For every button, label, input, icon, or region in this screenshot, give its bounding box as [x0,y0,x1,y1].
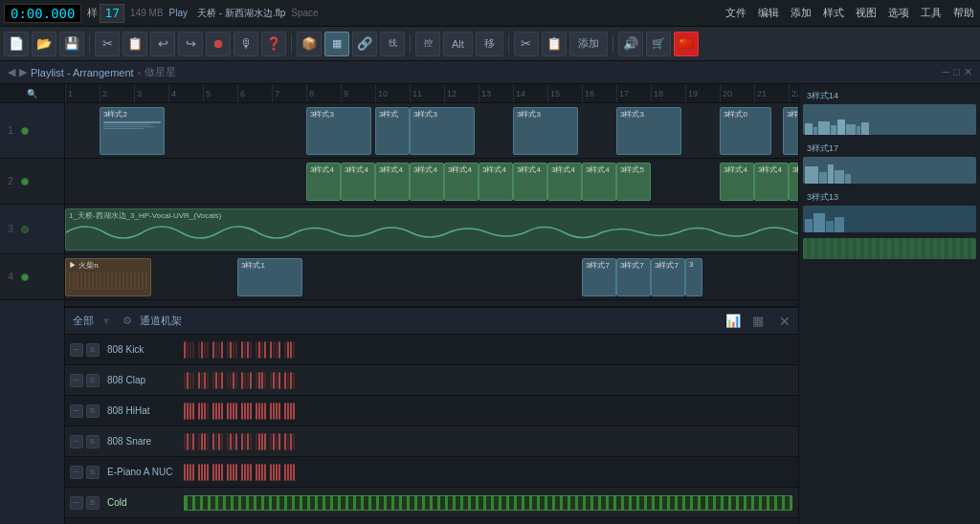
h-16[interactable] [235,403,237,420]
menu-options[interactable]: 选项 [886,6,911,20]
kick-btn-3[interactable] [189,341,191,359]
clap-btn-32[interactable] [293,372,295,389]
bpm-control[interactable]: 17 [100,4,124,23]
s-2[interactable] [187,433,189,450]
h-3[interactable] [189,403,191,420]
h-18[interactable] [244,403,246,420]
kick-btn-22[interactable] [258,341,260,359]
ep-15[interactable] [233,464,234,481]
kick-btn-7[interactable] [204,341,206,359]
s-13[interactable] [227,433,229,450]
h-9[interactable] [212,403,214,420]
s-14[interactable] [230,433,232,450]
clap-btn-14[interactable] [230,372,232,389]
tb-cn[interactable]: 🇨🇳 [674,32,699,56]
kick-mute[interactable]: ─ [70,343,83,357]
s-25[interactable] [270,433,272,450]
clap-btn-6[interactable] [201,372,203,389]
play-label[interactable]: Play [169,8,188,18]
clap-solo[interactable]: S [86,374,100,387]
track-active-4[interactable] [21,273,29,281]
ep-28[interactable] [278,464,280,481]
clap-btn-7[interactable] [204,372,206,389]
clap-btn-9[interactable] [212,372,214,389]
h-5[interactable] [198,403,200,420]
s-5[interactable] [198,433,200,450]
clap-btn-10[interactable] [215,372,217,389]
ep-10[interactable] [215,464,217,481]
hihat-mute[interactable]: ─ [70,404,83,418]
s-24[interactable] [264,433,266,450]
ep-4[interactable] [192,464,194,481]
kick-btn-10[interactable] [215,341,217,359]
pattern-1-5[interactable]: 3样式3 [513,107,578,155]
cold-pattern-bar[interactable] [184,495,792,511]
ep-22[interactable] [258,464,260,481]
kick-btn-13[interactable] [227,341,229,359]
h-11[interactable] [218,403,220,420]
ep-3[interactable] [189,464,191,481]
ep-7[interactable] [204,464,206,481]
h-30[interactable] [287,403,289,420]
clap-btn-16[interactable] [235,372,237,389]
h-8[interactable] [207,403,209,420]
menu-help[interactable]: 帮助 [951,6,976,20]
ep-1[interactable] [184,464,186,481]
pattern-2-1[interactable]: 3样式4 [306,163,341,201]
clap-btn-19[interactable] [247,372,249,389]
ep-24[interactable] [264,464,266,481]
kick-btn-26[interactable] [273,341,275,359]
beat-close[interactable]: ✕ [779,314,791,329]
s-10[interactable] [215,433,217,450]
pattern-4-2[interactable]: 3样式7 [582,258,616,296]
h-7[interactable] [204,403,206,420]
tb-piano[interactable]: ▦ [324,32,349,56]
clap-btn-25[interactable] [270,372,272,389]
kick-btn-5[interactable] [198,341,200,359]
pattern-2-6[interactable]: 3样式4 [479,163,513,201]
vocal-pattern[interactable]: 1_天桥-西湖水边_3_HP-Vocal-UVR_(Vocals) [65,208,798,251]
ep-11[interactable] [218,464,220,481]
pattern-2-13[interactable]: 3样式4 [789,163,798,201]
kick-btn-30[interactable] [287,341,289,359]
tb-speaker[interactable]: 🔊 [618,32,643,56]
h-19[interactable] [247,403,249,420]
h-24[interactable] [264,403,266,420]
ep-31[interactable] [290,464,292,481]
h-17[interactable] [241,403,243,420]
pattern-4-1[interactable]: 3样式1 [237,258,302,296]
ep-26[interactable] [273,464,275,481]
s-31[interactable] [290,433,292,450]
clap-btn-29[interactable] [284,372,286,389]
s-29[interactable] [284,433,286,450]
ep-21[interactable] [256,464,257,481]
clap-btn-28[interactable] [278,372,280,389]
kick-btn-23[interactable] [261,341,263,359]
ep-18[interactable] [244,464,246,481]
s-7[interactable] [204,433,206,450]
h-1[interactable] [184,403,186,420]
track-active-1[interactable] [21,127,29,135]
cold-solo[interactable]: S [86,496,100,510]
s-21[interactable] [256,433,257,450]
ep-6[interactable] [201,464,203,481]
s-15[interactable] [233,433,234,450]
kick-btn-32[interactable] [293,341,295,359]
clap-btn-1[interactable] [184,372,186,389]
tb-alt[interactable]: Alt [443,32,473,56]
menu-edit[interactable]: 编辑 [756,6,781,20]
track-active-3[interactable] [21,226,29,233]
ep-19[interactable] [247,464,249,481]
s-22[interactable] [258,433,260,450]
tb-move[interactable]: 移 [476,32,503,56]
s-3[interactable] [189,433,191,450]
clap-btn-4[interactable] [192,372,194,389]
kick-btn-2[interactable] [187,341,189,359]
s-26[interactable] [273,433,275,450]
s-16[interactable] [235,433,237,450]
ep-13[interactable] [227,464,229,481]
pattern-2-11[interactable]: 3样式4 [720,163,754,201]
playlist-min[interactable]: ─ [943,66,950,78]
clap-btn-23[interactable] [261,372,263,389]
playlist-max[interactable]: □ [953,66,960,78]
